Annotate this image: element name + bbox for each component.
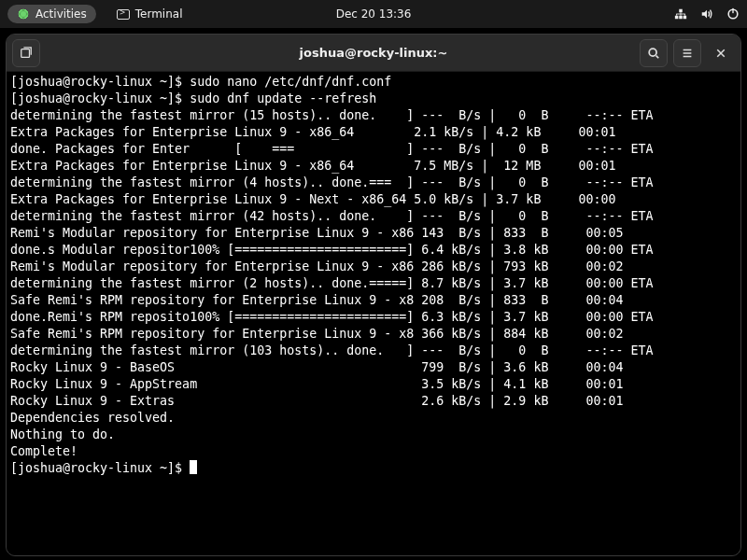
svg-rect-5 <box>676 14 685 15</box>
menu-button[interactable] <box>673 39 701 67</box>
svg-rect-6 <box>676 14 677 16</box>
search-button[interactable] <box>640 39 668 67</box>
titlebar: joshua@rocky-linux:~ <box>7 35 740 72</box>
terminal-icon <box>117 9 130 20</box>
svg-point-11 <box>649 49 656 56</box>
activities-label: Activities <box>35 7 87 21</box>
cursor <box>190 460 197 474</box>
svg-rect-3 <box>679 9 683 13</box>
svg-rect-0 <box>675 16 679 20</box>
svg-rect-2 <box>684 16 687 20</box>
terminal-window: joshua@rocky-linux:~ [joshua@rocky-linux… <box>6 34 741 556</box>
topbar-system-tray[interactable] <box>674 7 740 21</box>
network-icon <box>674 7 687 21</box>
power-icon <box>726 7 740 21</box>
new-tab-button[interactable] <box>12 39 40 67</box>
volume-icon <box>700 7 713 21</box>
svg-rect-7 <box>684 14 685 16</box>
taskbar-app-label: Terminal <box>135 7 183 21</box>
activities-icon <box>17 7 30 21</box>
taskbar-app-terminal[interactable]: Terminal <box>117 7 183 21</box>
svg-rect-9 <box>732 8 733 13</box>
gnome-topbar: Activities Terminal Dec 20 13:36 <box>0 0 747 28</box>
topbar-datetime[interactable]: Dec 20 13:36 <box>336 7 412 21</box>
terminal-output[interactable]: [joshua@rocky-linux ~]$ sudo nano /etc/d… <box>7 72 740 556</box>
activities-button[interactable]: Activities <box>7 5 96 23</box>
svg-rect-1 <box>679 16 683 20</box>
window-title: joshua@rocky-linux:~ <box>300 46 448 60</box>
close-button[interactable] <box>707 39 735 67</box>
svg-rect-10 <box>21 49 30 57</box>
